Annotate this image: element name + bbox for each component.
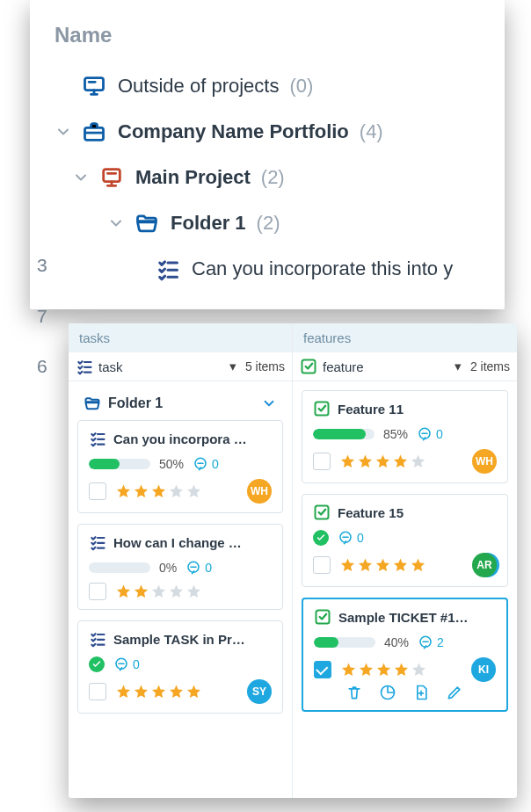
- trash-icon[interactable]: [346, 684, 363, 701]
- star-icon: [339, 557, 356, 574]
- card-title: Can you incorpora …: [113, 431, 272, 446]
- task-card[interactable]: How can I change … 0% 0: [77, 524, 283, 610]
- tree-item-label: Folder 1: [171, 212, 246, 235]
- task-card[interactable]: Feature 11 85% 0 WH: [302, 390, 508, 483]
- star-icon: [392, 557, 409, 574]
- task-card[interactable]: Sample TASK in Pr… 0 SY: [77, 620, 283, 714]
- pencil-icon[interactable]: [446, 684, 463, 701]
- checklist-icon: [89, 630, 106, 648]
- star-icon: [133, 483, 149, 500]
- checklist-icon: [89, 533, 106, 551]
- type-selector[interactable]: feature ▾ 2 items: [293, 352, 517, 381]
- type-label: task: [98, 359, 224, 374]
- item-count: 2 items: [470, 359, 510, 373]
- tree-row[interactable]: Can you incorporate this into y: [30, 246, 505, 292]
- check-square-icon: [314, 608, 331, 626]
- tree-item-count: (2): [257, 212, 280, 235]
- task-card[interactable]: Can you incorpora … 50% 0 WH: [77, 420, 283, 513]
- comments-number: 2: [437, 635, 444, 649]
- chevron-down-icon: [261, 395, 277, 411]
- card-title: Feature 15: [338, 505, 497, 520]
- star-icon: [375, 662, 392, 678]
- tree-item-label: Company Name Portfolio: [118, 120, 349, 143]
- card-toolbar: [314, 682, 496, 701]
- star-icon: [115, 684, 132, 700]
- column-body: Folder 1 Can you incorpora … 50% 0: [69, 381, 292, 733]
- tree-row[interactable]: Company Name Portfolio (4): [30, 109, 505, 155]
- row-number: 3: [37, 255, 47, 276]
- progress-percent: 40%: [384, 635, 409, 649]
- chevron-down-icon[interactable]: [55, 123, 72, 141]
- trash-icon: [346, 684, 363, 701]
- select-checkbox[interactable]: [89, 583, 106, 600]
- tree-item-count: (2): [261, 166, 285, 189]
- comment-icon: [185, 560, 201, 576]
- dropdown-caret-icon[interactable]: ▾: [455, 359, 462, 374]
- checklist-icon: [89, 430, 106, 447]
- assignee-avatar[interactable]: WH: [247, 479, 272, 504]
- comments-count[interactable]: 0: [338, 530, 364, 546]
- folder-open-icon: [84, 395, 101, 412]
- comments-count[interactable]: 0: [417, 426, 443, 442]
- done-badge: [313, 530, 329, 546]
- select-checkbox[interactable]: [313, 453, 331, 470]
- select-checkbox[interactable]: [313, 556, 331, 574]
- comments-count[interactable]: 0: [185, 560, 212, 576]
- card-title: Sample TICKET #1…: [338, 610, 496, 625]
- rating-stars: [339, 453, 426, 470]
- star-icon: [185, 483, 202, 500]
- star-icon: [115, 584, 132, 600]
- assignee-avatar[interactable]: KI: [471, 657, 496, 682]
- chevron-down-icon: [72, 169, 90, 186]
- assignee-avatar[interactable]: AR: [472, 553, 497, 577]
- star-icon: [339, 453, 356, 470]
- add-file-icon[interactable]: [412, 684, 430, 701]
- chevron-down-icon[interactable]: [107, 214, 125, 232]
- screen-icon: [82, 74, 106, 98]
- tree-item-label: Outside of projects: [118, 75, 279, 98]
- star-icon: [357, 557, 374, 574]
- row-number: 6: [37, 356, 47, 377]
- add-file-icon: [412, 684, 430, 701]
- dropdown-caret-icon[interactable]: ▾: [229, 359, 236, 374]
- comments-count[interactable]: 0: [113, 656, 140, 672]
- comment-icon: [338, 530, 353, 546]
- comments-count[interactable]: 0: [193, 456, 219, 472]
- rating-stars: [115, 684, 202, 700]
- star-icon: [410, 453, 426, 470]
- tree-row[interactable]: Main Project (2): [30, 155, 505, 200]
- folder-label: Folder 1: [108, 395, 163, 411]
- select-checkbox[interactable]: [89, 482, 106, 500]
- comments-count[interactable]: 2: [418, 634, 444, 650]
- board-icon: [99, 165, 124, 190]
- star-icon: [393, 662, 410, 678]
- pencil-icon: [446, 684, 463, 701]
- tree-item-label: Can you incorporate this into y: [192, 257, 453, 280]
- progress-bar: [313, 429, 375, 439]
- progress-percent: 0%: [159, 561, 177, 575]
- type-selector[interactable]: task ▾ 5 items: [69, 352, 292, 381]
- column-header: tasks: [69, 323, 292, 352]
- chart-icon[interactable]: [379, 684, 396, 701]
- check-square-icon: [313, 400, 331, 417]
- project-tree-panel: Name 3 7 6 Outside of projects (0) Compa…: [30, 0, 505, 309]
- progress-bar: [89, 459, 150, 469]
- comments-number: 0: [133, 657, 140, 671]
- task-card[interactable]: Sample TICKET #1… 40% 2 KI: [302, 598, 508, 712]
- rating-stars: [115, 483, 202, 500]
- comment-icon: [113, 656, 129, 672]
- chevron-down-icon[interactable]: [72, 169, 90, 186]
- folder-group-header[interactable]: Folder 1: [77, 390, 283, 420]
- chevron-down-icon[interactable]: [261, 395, 277, 411]
- tree-row[interactable]: Outside of projects (0): [30, 63, 505, 109]
- select-checkbox[interactable]: [89, 683, 106, 700]
- assignee-avatar[interactable]: WH: [472, 449, 497, 474]
- star-icon: [392, 453, 409, 470]
- tree-row[interactable]: Folder 1 (2): [30, 200, 505, 246]
- rating-stars: [115, 584, 202, 600]
- select-checkbox[interactable]: [314, 661, 331, 678]
- assignee-avatar[interactable]: SY: [247, 679, 272, 704]
- tree-item-count: (0): [289, 75, 313, 98]
- task-card[interactable]: Feature 15 0 AR: [302, 494, 508, 587]
- star-icon: [168, 684, 185, 700]
